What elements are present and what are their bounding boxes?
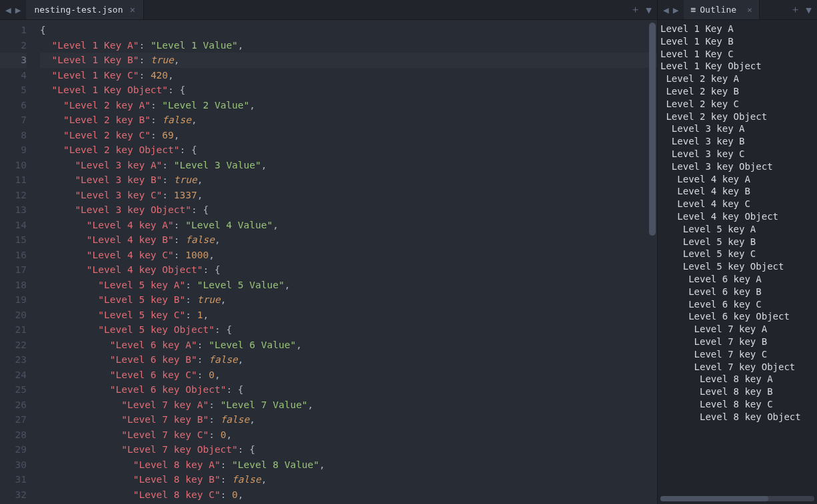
outline-item[interactable]: Level 3 key A: [660, 123, 817, 135]
code-line[interactable]: "Level 1 Key C": 420,: [40, 68, 657, 83]
outline-item[interactable]: Level 7 key C: [660, 348, 817, 361]
code-line[interactable]: "Level 3 key B": true,: [40, 172, 657, 188]
line-number: 11: [0, 172, 27, 188]
code-line[interactable]: "Level 3 key A": "Level 3 Value",: [40, 158, 657, 173]
outline-item[interactable]: Level 4 key B: [660, 185, 817, 198]
code-line[interactable]: "Level 5 key Object": {: [40, 322, 657, 338]
tab-nav-arrows: ◀ ▶: [0, 0, 26, 19]
outline-item[interactable]: Level 8 key A: [660, 373, 817, 385]
code-line[interactable]: "Level 1 Key A": "Level 1 Value",: [40, 38, 657, 53]
code-line[interactable]: "Level 5 key B": true,: [40, 292, 657, 308]
code-line[interactable]: "Level 7 key Object": {: [40, 442, 657, 457]
outline-item[interactable]: Level 8 key B: [660, 385, 817, 398]
next-panel-icon[interactable]: ▶: [673, 5, 679, 15]
outline-tabbar-spacer: [760, 0, 785, 19]
file-tab-label: nesting-test.json: [34, 5, 123, 15]
prev-tab-icon[interactable]: ◀: [5, 5, 11, 15]
outline-item[interactable]: Level 3 key Object: [660, 160, 817, 173]
code-area[interactable]: { "Level 1 Key A": "Level 1 Value", "Lev…: [33, 20, 657, 504]
outline-tab[interactable]: ≡ Outline ×: [684, 0, 759, 19]
code-line[interactable]: {: [40, 23, 657, 38]
code-line[interactable]: "Level 6 key C": 0,: [40, 368, 657, 383]
outline-item[interactable]: Level 4 key C: [660, 198, 817, 210]
line-number: 29: [0, 442, 27, 457]
code-line[interactable]: "Level 6 key Object": {: [40, 382, 657, 397]
code-line[interactable]: "Level 4 key C": 1000,: [40, 248, 657, 263]
add-tab-icon[interactable]: ＋: [630, 3, 640, 16]
code-line[interactable]: "Level 5 key C": 1,: [40, 308, 657, 323]
code-line[interactable]: "Level 2 key A": "Level 2 Value",: [40, 98, 657, 113]
outline-item[interactable]: Level 5 key Object: [660, 260, 817, 273]
outline-item[interactable]: Level 6 key C: [660, 298, 817, 311]
line-number: 8: [0, 128, 27, 143]
code-line[interactable]: "Level 5 key A": "Level 5 Value",: [40, 278, 657, 293]
outline-item[interactable]: Level 1 Key Object: [660, 60, 817, 73]
tab-menu-icon[interactable]: ▼: [646, 5, 652, 15]
outline-item[interactable]: Level 6 key B: [660, 286, 817, 298]
code-line[interactable]: "Level 2 key B": false,: [40, 113, 657, 128]
outline-item[interactable]: Level 1 Key B: [660, 35, 817, 48]
line-number: 26: [0, 397, 27, 413]
outline-item[interactable]: Level 4 key A: [660, 173, 817, 186]
outline-item[interactable]: Level 5 key A: [660, 223, 817, 236]
code-line[interactable]: "Level 1 Key B": true,: [40, 53, 657, 68]
code-line[interactable]: "Level 8 key A": "Level 8 Value",: [40, 457, 657, 473]
line-number: 19: [0, 292, 27, 308]
outline-item[interactable]: Level 8 key Object: [660, 411, 817, 423]
line-number: 28: [0, 427, 27, 443]
code-line[interactable]: "Level 1 Key Object": {: [40, 83, 657, 98]
outline-item[interactable]: Level 5 key C: [660, 248, 817, 260]
close-icon[interactable]: ×: [130, 5, 136, 15]
outline-item[interactable]: Level 5 key B: [660, 236, 817, 248]
code-line[interactable]: "Level 4 key B": false,: [40, 232, 657, 248]
prev-panel-icon[interactable]: ◀: [663, 5, 669, 15]
outline-item[interactable]: Level 2 key Object: [660, 111, 817, 123]
code-line[interactable]: "Level 2 key C": 69,: [40, 128, 657, 143]
tabbar-spacer: [144, 0, 625, 19]
line-number: 20: [0, 308, 27, 323]
code-line[interactable]: "Level 6 key A": "Level 6 Value",: [40, 338, 657, 353]
outline-item[interactable]: Level 3 key C: [660, 148, 817, 160]
code-line[interactable]: "Level 8 key C": 0,: [40, 487, 657, 503]
code-line[interactable]: "Level 4 key Object": {: [40, 262, 657, 278]
next-tab-icon[interactable]: ▶: [15, 5, 21, 15]
code-line[interactable]: "Level 7 key C": 0,: [40, 427, 657, 443]
code-line[interactable]: "Level 7 key A": "Level 7 Value",: [40, 397, 657, 413]
outline-item[interactable]: Level 1 Key C: [660, 48, 817, 61]
editor-scrollbar[interactable]: [649, 23, 656, 236]
close-icon[interactable]: ×: [747, 5, 752, 15]
outline-item[interactable]: Level 4 key Object: [660, 210, 817, 223]
outline-item[interactable]: Level 2 key A: [660, 73, 817, 85]
code-line[interactable]: "Level 4 key A": "Level 4 Value",: [40, 218, 657, 233]
code-line[interactable]: "Level 2 key Object": {: [40, 142, 657, 158]
line-number: 25: [0, 382, 27, 397]
code-line[interactable]: "Level 6 key B": false,: [40, 352, 657, 368]
line-number: 4: [0, 68, 27, 83]
outline-item[interactable]: Level 8 key C: [660, 398, 817, 411]
outline-item[interactable]: Level 7 key Object: [660, 361, 817, 374]
outline-item[interactable]: Level 2 key B: [660, 85, 817, 98]
outline-item[interactable]: Level 7 key A: [660, 323, 817, 336]
outline-scrollbar-thumb[interactable]: [660, 496, 768, 501]
line-gutter: 1234567891011121314151617181920212223242…: [0, 20, 33, 504]
outline-item[interactable]: Level 6 key A: [660, 273, 817, 286]
line-number: 30: [0, 457, 27, 473]
code-line[interactable]: "Level 3 key Object": {: [40, 202, 657, 218]
outline-item[interactable]: Level 7 key B: [660, 336, 817, 348]
outline-body[interactable]: Level 1 Key ALevel 1 Key BLevel 1 Key CL…: [658, 20, 817, 504]
outline-item[interactable]: Level 2 key C: [660, 98, 817, 111]
editor-body[interactable]: 1234567891011121314151617181920212223242…: [0, 20, 657, 504]
outline-item[interactable]: Level 1 Key A: [660, 23, 817, 35]
outline-item[interactable]: Level 6 key Object: [660, 310, 817, 323]
code-line[interactable]: "Level 3 key C": 1337,: [40, 188, 657, 203]
outline-nav-arrows: ◀ ▶: [658, 0, 684, 19]
outline-scrollbar[interactable]: [660, 496, 814, 501]
add-panel-icon[interactable]: ＋: [790, 3, 800, 16]
code-line[interactable]: "Level 8 key B": false,: [40, 472, 657, 487]
line-number: 21: [0, 322, 27, 338]
outline-item[interactable]: Level 3 key B: [660, 135, 817, 148]
file-tab[interactable]: nesting-test.json ×: [26, 0, 144, 19]
outline-tabbar: ◀ ▶ ≡ Outline × ＋ ▼: [658, 0, 817, 20]
panel-menu-icon[interactable]: ▼: [806, 5, 812, 15]
code-line[interactable]: "Level 7 key B": false,: [40, 412, 657, 427]
